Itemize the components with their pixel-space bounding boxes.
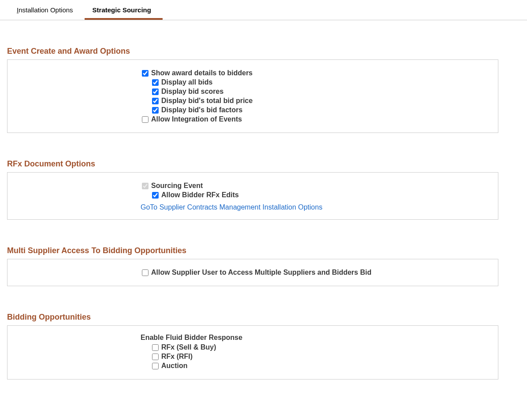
section-box-bidding: Enable Fluid Bidder Response RFx (Sell &… [7,325,498,379]
checkbox-display-total-price[interactable] [152,98,159,104]
checkbox-display-bid-factors[interactable] [152,107,159,114]
checkbox-allow-multi-supplier[interactable] [142,269,148,276]
checkbox-rfx-sell-buy[interactable] [152,344,159,351]
label-rfx-sell-buy: RFx (Sell & Buy) [161,343,216,351]
checkbox-auction[interactable] [152,363,159,369]
tab-installation-options[interactable]: Installation Options [9,0,85,20]
label-display-bid-scores: Display bid scores [161,88,223,96]
section-box-multi: Allow Supplier User to Access Multiple S… [7,259,498,286]
tab-label: Strategic Sourcing [93,6,151,14]
label-allow-integration: Allow Integration of Events [151,115,242,123]
checkbox-display-bid-scores[interactable] [152,88,159,95]
section-title-bidding: Bidding Opportunities [7,313,520,322]
section-title-rfx: RFx Document Options [7,159,520,169]
section-box-event-create: Show award details to bidders Display al… [7,59,498,133]
tab-strategic-sourcing[interactable]: Strategic Sourcing [85,0,163,20]
checkbox-sourcing-event [142,183,148,189]
section-title-event-create: Event Create and Award Options [7,47,520,56]
label-display-bid-factors: Display bid's bid factors [161,106,242,114]
checkbox-allow-rfx-edits[interactable] [152,192,159,199]
checkbox-rfx-rfi[interactable] [152,354,159,360]
label-display-all-bids: Display all bids [161,78,212,86]
checkbox-show-award[interactable] [142,70,148,77]
label-display-total-price: Display bid's total bid price [161,97,252,105]
link-goto-supplier-contracts[interactable]: GoTo Supplier Contracts Management Insta… [141,203,323,211]
label-allow-rfx-edits: Allow Bidder RFx Edits [161,191,239,199]
sub-heading-enable-fluid: Enable Fluid Bidder Response [7,334,498,342]
label-sourcing-event: Sourcing Event [151,182,203,190]
section-box-rfx: Sourcing Event Allow Bidder RFx Edits Go… [7,172,498,220]
label-allow-multi-supplier: Allow Supplier User to Access Multiple S… [151,269,371,276]
label-rfx-rfi: RFx (RFI) [161,353,193,361]
label-show-award: Show award details to bidders [151,69,252,77]
tab-label-rest: nstallation Options [19,6,73,14]
section-title-multi: Multi Supplier Access To Bidding Opportu… [7,246,520,255]
checkbox-display-all-bids[interactable] [152,79,159,86]
checkbox-allow-integration[interactable] [142,116,148,123]
label-auction: Auction [161,362,188,370]
